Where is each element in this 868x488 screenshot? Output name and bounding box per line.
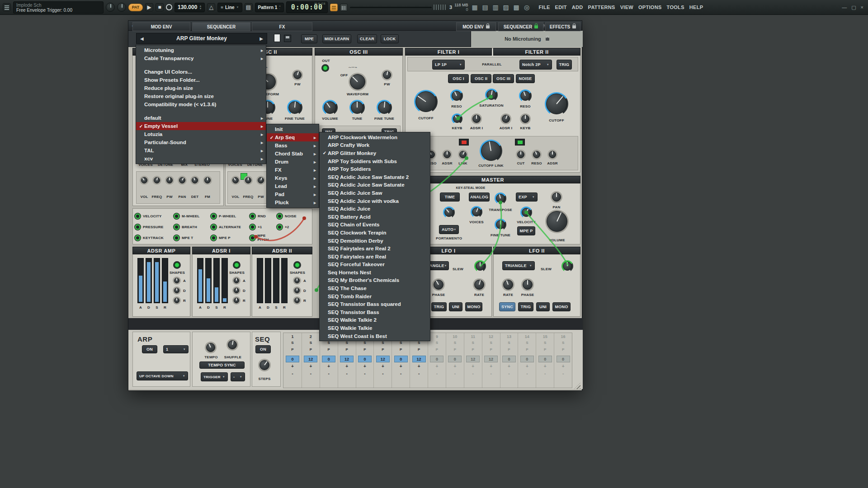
sequencer-lock-icon[interactable] [534,25,538,28]
step-p-button[interactable]: P [436,347,438,354]
step-s-button[interactable]: S [382,341,384,347]
lfo1-phase-knob[interactable] [432,278,445,291]
mod-source-led[interactable] [250,224,255,230]
menu-item-seq-tomb-raider[interactable]: SEQ Tomb Raider [320,292,430,300]
adsr1-shape-d-knob[interactable] [232,286,241,295]
adsr1-led[interactable] [234,262,240,268]
menu-item-arp-toy-soldiers-with-subs[interactable]: ARP Toy Soldiers with Subs [320,157,430,165]
mod-source-led[interactable] [211,235,217,241]
osc2-finetune-knob[interactable] [287,100,302,115]
step-decrement-button[interactable]: - [508,371,509,378]
lfo2-trig-button[interactable]: TRIG [518,302,533,311]
right-tab-sequencer[interactable]: SEQUENCER [498,22,543,31]
step-s-button[interactable]: S [472,341,474,347]
adsr1-s-slider[interactable] [213,258,220,303]
menu-item-seq-acidic-juice-with-vodka[interactable]: SEQ Acidic Juice with vodka [320,197,430,205]
step-p-button[interactable]: P [328,347,330,354]
clear-button[interactable]: CLEAR [357,34,377,43]
lfo2-phase-knob[interactable] [521,278,534,291]
filter1-adsr-knob[interactable] [471,113,482,124]
step-increment-button[interactable]: + [508,364,510,371]
saturation-knob[interactable] [485,89,498,101]
master-analog-button[interactable]: ANALOG [469,192,490,202]
mod-source-led[interactable] [250,213,255,219]
pattern-selector[interactable]: Pattern 1 +- [255,3,284,12]
osc2-pw-knob[interactable] [292,70,303,80]
adsr-amp-d-slider[interactable] [146,258,152,303]
step-value[interactable]: 0 [448,356,462,362]
menu-patterns[interactable]: PATTERNS [588,5,615,10]
step-increment-button[interactable]: + [400,364,402,371]
step-value[interactable]: 12 [376,356,390,362]
stop-button[interactable]: ■ [156,3,164,11]
adsr2-s-slider[interactable] [273,258,279,303]
step-s-button[interactable]: S [562,341,564,347]
shuffle-slider[interactable] [350,4,447,10]
osc3-pw-knob[interactable] [382,70,392,80]
preset-next-arrow-icon[interactable]: ▶ [259,36,263,41]
lfo2-slew-knob[interactable] [561,260,573,272]
menu-item-drum[interactable]: Drum▸ [267,158,319,166]
menu-item-seq-my-brother-s-chemicals[interactable]: SEQ My Brother's Chemicals [320,277,430,285]
channel-rack-icon[interactable]: ▤ [481,4,490,11]
menu-options[interactable]: OPTIONS [638,5,662,10]
current-preset-name[interactable]: ARP Glitter Monkey [176,35,227,42]
adsr-amp-led[interactable] [174,262,180,268]
step-decrement-button[interactable]: - [544,371,546,378]
menu-item-init[interactable]: Init [267,125,319,133]
adsr2-shape-d-knob[interactable] [293,286,301,295]
step-s-button[interactable]: S [310,341,312,347]
pattern-stepper-icon[interactable]: +- [279,5,281,10]
link-reso2-knob[interactable] [532,150,542,160]
step-decrement-button[interactable]: - [382,371,383,378]
preset-navigator[interactable]: ◀ ARP Glitter Monkey ▶ [136,33,267,44]
filter1-type-dropdown[interactable]: LP 1P▼ [432,60,465,70]
filter-input-osc3-button[interactable]: OSC III [493,74,514,83]
main-volume-dial[interactable] [106,3,115,12]
pattern-song-toggle[interactable]: PAT [128,4,143,11]
step-decrement-button[interactable]: - [292,371,293,378]
menu-tools[interactable]: TOOLS [667,5,684,10]
portamento-mode-dropdown[interactable]: AUTO▼ [439,225,459,234]
lock-button[interactable]: LOCK [381,34,399,43]
menu-item-show-presets-folder-[interactable]: Show Presets Folder... [136,76,266,84]
adsr1-shape-a-knob[interactable] [232,277,241,285]
menu-add[interactable]: ADD [572,5,583,10]
step-increment-button[interactable]: + [418,364,420,371]
filter1-cutoff-knob[interactable] [414,90,438,113]
step-decrement-button[interactable]: - [562,371,564,378]
osc1-pw-knob[interactable] [165,176,174,185]
menu-item-seq-acidic-juice[interactable]: SEQ Acidic Juice [320,205,430,213]
tempo-knob[interactable] [205,342,217,353]
adsr1-shape-r-knob[interactable] [232,296,241,305]
menu-item-pluck[interactable]: Pluck▸ [267,198,319,206]
step-decrement-button[interactable]: - [454,371,456,378]
step-decrement-button[interactable]: - [472,371,474,378]
step-decrement-button[interactable]: - [526,371,528,378]
step-s-button[interactable]: S [291,341,293,347]
menu-edit[interactable]: EDIT [555,5,567,10]
step-increment-button[interactable]: + [436,364,439,371]
master-volume-knob[interactable] [545,210,569,233]
osc2-pw2-knob[interactable] [256,176,265,185]
arp-mode-dropdown[interactable]: UP OCTAVE DOWN▼ [137,371,188,380]
menu-item-arp-clockwork-watermelon[interactable]: ARP Clockwork Watermelon [320,133,430,141]
mod-source-led[interactable] [135,224,141,230]
menu-item-seq-battery-acid[interactable]: SEQ Battery Acid [320,213,430,221]
step-increment-button[interactable]: + [327,364,330,371]
menu-item-reduce-plug-in-size[interactable]: Reduce plug-in size [136,84,266,92]
step-increment-button[interactable]: + [291,364,294,371]
menu-item-seq-walkie-talkie[interactable]: SEQ Walkie Talkie [320,324,430,332]
step-increment-button[interactable]: + [345,364,348,371]
menu-item-seq-acidic-juice-saw-saturate-2[interactable]: SEQ Acidic Juice Saw Saturate 2 [320,173,430,181]
menu-item-pad[interactable]: Pad▸ [267,190,319,198]
step-p-button[interactable]: P [400,347,402,354]
step-s-button[interactable]: S [400,341,402,347]
mod-source-led[interactable] [135,213,141,219]
close-icon[interactable]: × [861,5,863,10]
metronome-icon[interactable]: △ [207,3,215,11]
step-decrement-button[interactable]: - [346,371,347,378]
adsr-amp-shape-r-knob[interactable] [173,296,181,305]
menu-item-seq-forceful-takeover[interactable]: SEQ Forceful Takeover [320,261,430,269]
right-tab-effects[interactable]: EFFECTS [545,22,580,31]
